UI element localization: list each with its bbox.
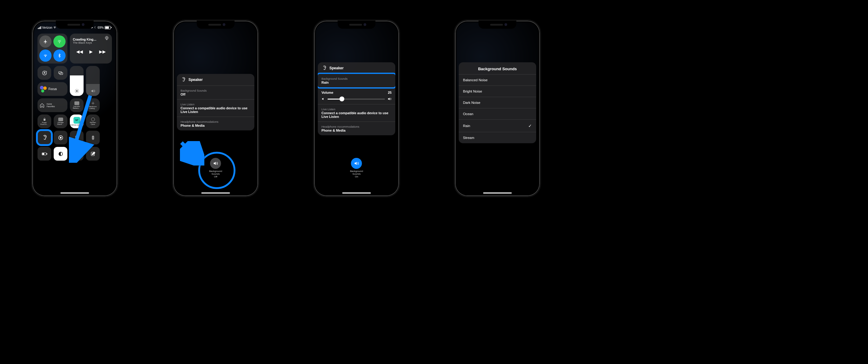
media-artist: The Black Keys: [73, 41, 109, 44]
svg-point-8: [76, 90, 78, 92]
media-title: Crawling King…: [73, 38, 109, 41]
option-label: Ocean: [463, 112, 473, 116]
svg-line-32: [182, 143, 197, 158]
play-button[interactable]: ▶: [89, 49, 93, 54]
focus-icon: [40, 86, 46, 92]
sound-option-balanced-noise[interactable]: Balanced Noise: [459, 74, 536, 85]
home-tile-label: Foyer Front D…: [40, 121, 48, 125]
svg-point-2: [106, 37, 108, 39]
home-indicator[interactable]: [483, 192, 512, 194]
prev-track-button[interactable]: ◀◀: [76, 49, 83, 54]
airplay-icon[interactable]: [104, 36, 109, 40]
volume-track[interactable]: [328, 99, 385, 100]
media-tile[interactable]: Crawling King… The Black Keys ◀◀ ▶ ▶▶: [70, 34, 112, 63]
home-indicator[interactable]: [201, 192, 230, 194]
low-power-button[interactable]: [37, 147, 51, 161]
camera-icon: [58, 118, 63, 121]
battery-pct: 69%: [98, 26, 104, 29]
volume-value: 25: [388, 91, 392, 94]
sound-option-dark-noise[interactable]: Dark Noise: [459, 97, 536, 108]
bg-button-l2: Sounds: [211, 172, 220, 175]
airplane-toggle[interactable]: [39, 35, 52, 48]
speaker-icon: [351, 158, 362, 169]
focus-button[interactable]: Focus: [37, 82, 67, 96]
volume-row[interactable]: Volume 25: [318, 87, 395, 104]
speaker-label: Speaker: [330, 66, 344, 70]
checkmark-icon: ✓: [528, 123, 532, 128]
home-garage-tile[interactable]: Garage Perch…: [54, 114, 67, 128]
ear-icon: [181, 77, 186, 82]
bg-button-l3: Off: [214, 175, 217, 178]
connectivity-cluster[interactable]: [37, 34, 67, 63]
live-listen-row[interactable]: Live Listen Connect a compatible audio d…: [177, 99, 254, 117]
home-indicator[interactable]: [342, 192, 371, 194]
svg-point-1: [106, 37, 107, 38]
carrier-label: Verizon: [42, 26, 52, 29]
focus-status-icon: ☾: [94, 26, 97, 29]
background-sounds-list: Background Sounds Balanced Noise Bright …: [459, 62, 536, 143]
bg-button-l1: Background: [209, 170, 222, 172]
bg-sounds-value: Rain: [321, 81, 392, 84]
live-listen-label: Live Listen: [321, 108, 392, 111]
headphone-accommodations-row[interactable]: Headphone Accommodations Phone & Media: [318, 121, 395, 135]
background-sounds-row[interactable]: Background Sounds Off: [177, 85, 254, 99]
sound-option-stream[interactable]: Stream: [459, 132, 536, 143]
dark-mode-icon: [58, 151, 63, 157]
volume-thumb[interactable]: [339, 96, 344, 102]
headphone-label: Headphone Accommodations: [321, 125, 392, 128]
svg-line-31: [71, 95, 90, 157]
svg-rect-27: [42, 153, 44, 155]
speaker-label: Speaker: [188, 78, 203, 82]
next-track-button[interactable]: ▶▶: [99, 49, 106, 54]
dark-mode-button[interactable]: [54, 147, 67, 161]
bluetooth-toggle[interactable]: [53, 50, 66, 62]
orientation-lock-button[interactable]: [37, 66, 51, 80]
bluetooth-icon: [57, 53, 62, 58]
lock-icon: [43, 118, 46, 121]
bg-button-l1: Background: [350, 170, 363, 172]
option-label: Bright Noise: [463, 89, 482, 93]
sound-option-rain[interactable]: Rain✓: [459, 119, 536, 132]
brightness-slider[interactable]: [70, 66, 84, 96]
bg-sounds-value: Off: [181, 92, 251, 96]
volume-slider[interactable]: [86, 66, 100, 96]
background-sounds-button[interactable]: BackgroundSoundsOff: [209, 158, 222, 178]
bg-button-l3: On: [355, 175, 359, 178]
svg-rect-26: [46, 153, 47, 154]
cellular-toggle[interactable]: [53, 35, 66, 48]
headphone-accommodations-row[interactable]: Headphone Accommodations Phone & Media: [177, 117, 254, 131]
headphone-label: Headphone Accommodations: [181, 120, 251, 123]
volume-label: Volume: [321, 91, 333, 94]
record-icon: [58, 135, 63, 140]
screen-mirroring-button[interactable]: [54, 66, 67, 80]
wifi-toggle[interactable]: [39, 50, 52, 62]
live-listen-value: Connect a compatible audio device to use…: [321, 111, 392, 118]
antenna-icon: [57, 39, 62, 44]
live-listen-row[interactable]: Live Listen Connect a compatible audio d…: [318, 104, 395, 121]
home-foyer-tile[interactable]: Foyer Front D…: [37, 114, 51, 128]
speaker-header: Speaker: [318, 62, 395, 74]
speaker-icon: [210, 158, 221, 169]
background-sounds-button[interactable]: BackgroundSoundsOn: [350, 158, 363, 178]
sound-option-bright-noise[interactable]: Bright Noise: [459, 85, 536, 97]
volume-low-icon: [321, 97, 325, 101]
hearing-button[interactable]: [37, 131, 51, 144]
svg-rect-5: [44, 73, 45, 74]
screen-record-button[interactable]: [54, 131, 67, 144]
bg-button-l2: Sounds: [352, 172, 361, 175]
home-indicator[interactable]: [60, 192, 89, 194]
home-favorites-tile[interactable]: Home Favorites: [37, 98, 67, 112]
wifi-icon: [43, 53, 48, 58]
home-favorites-label: Home Favorites: [46, 103, 55, 107]
bg-sounds-label: Background Sounds: [321, 77, 392, 80]
mirroring-icon: [58, 70, 63, 76]
live-listen-value: Connect a compatible audio device to use…: [181, 106, 251, 114]
speaker-header: Speaker: [177, 74, 254, 85]
battery-icon: [104, 26, 112, 29]
background-sounds-row[interactable]: Background Sounds Rain: [318, 73, 395, 89]
sound-option-ocean[interactable]: Ocean: [459, 108, 536, 119]
live-listen-label: Live Listen: [181, 103, 251, 106]
list-title: Background Sounds: [459, 62, 536, 74]
option-label: Balanced Noise: [463, 78, 488, 82]
headphone-value: Phone & Media: [181, 124, 251, 127]
